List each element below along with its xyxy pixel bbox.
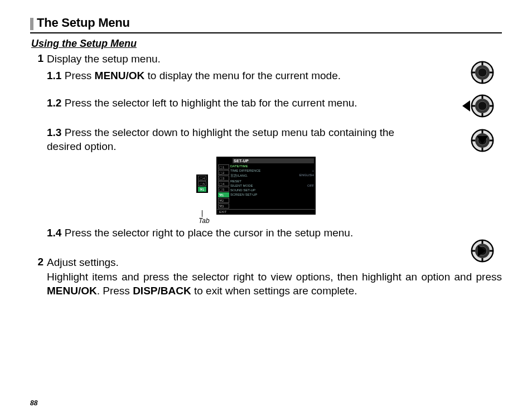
substep-number: 1.3 <box>47 127 61 138</box>
arrow-right-icon <box>478 245 502 270</box>
substep-number: 1.2 <box>47 97 61 109</box>
step-2-body: Highlight items and press the selector r… <box>47 270 502 298</box>
tab-item: ▢3 <box>218 176 229 181</box>
tab-item-selected: ⚒1 <box>198 187 206 192</box>
selector-dial-icon <box>470 60 495 85</box>
step-1-lead: Display the setup menu. <box>47 52 502 66</box>
tab-strip-callout: ▢4 ▢5 ⚒1 <box>196 174 208 193</box>
arrow-left-icon <box>462 100 487 125</box>
menu-item: SILENT MODEOFF <box>230 183 314 188</box>
setup-menu-screenshot: ▢4 ▢5 ⚒1 Tab SET-UP ▢1 ▢2 ▢3 ▢4 ▢5 ⚒1 ⚒2 <box>30 157 502 215</box>
screenshot-footer: EXIT <box>217 209 315 214</box>
menu-item: RESET <box>230 179 314 183</box>
substep-text-pre: Press <box>65 70 95 81</box>
substep-text-bold: MENU/OK <box>95 70 145 81</box>
selector-icon-right <box>466 239 499 263</box>
substep-number: 1.1 <box>47 70 61 81</box>
tab-item: ▢1 <box>218 164 229 169</box>
step-1-4: 1.4 Press the selector right to place th… <box>47 226 429 240</box>
tab-caption: Tab <box>199 217 210 225</box>
tab-item: ▢2 <box>218 170 229 175</box>
step-2-lead: Adjust settings. <box>47 255 502 270</box>
step-number-2: 2 <box>30 256 43 268</box>
tab-item: ⚒2 <box>218 198 229 203</box>
screenshot-tabs: ▢1 ▢2 ▢3 ▢4 ▢5 ⚒1 ⚒2 ⚒3 <box>217 164 230 209</box>
step-1-2: 1.2 Press the selector left to highlight… <box>47 96 429 110</box>
menu-item: SOUND SET-UP <box>230 188 314 192</box>
menu-item: TIME DIFFERENCE⌂ <box>230 168 314 173</box>
menu-item: SCREEN SET-UP <box>230 192 314 197</box>
selector-icon-center <box>466 60 499 85</box>
section-title-bar: The Setup Menu <box>30 16 502 30</box>
arrow-down-icon <box>477 136 501 161</box>
substep-text: Press the selector right to place the cu… <box>65 227 354 239</box>
menu-item: DATE/TIME <box>230 164 314 168</box>
tab-item: ⚒3 <box>218 203 229 208</box>
tab-item-selected: ⚒1 <box>218 192 229 197</box>
step-1-1: 1.1 Press MENU/OK to display the menu fo… <box>47 69 429 83</box>
page-number: 88 <box>30 399 37 407</box>
selector-icon-down <box>466 128 499 153</box>
title-rule <box>30 32 502 33</box>
tab-item: ▢4 <box>218 181 229 186</box>
selector-icon-left <box>466 94 499 118</box>
title-accent <box>30 18 33 30</box>
section-title: The Setup Menu <box>37 16 130 30</box>
menu-item: 言語/LANG.ENGLISH <box>230 173 314 179</box>
substep-number: 1.4 <box>47 227 61 239</box>
substep-text: Press the selector down to highlight the… <box>47 127 394 152</box>
callout-line <box>202 210 202 217</box>
screenshot-header: SET-UP <box>233 158 314 163</box>
step-number-1: 1 <box>30 52 43 65</box>
screenshot-menu-list: DATE/TIME TIME DIFFERENCE⌂ 言語/LANG.ENGLI… <box>230 164 314 209</box>
tab-item: ▢5 <box>218 187 229 192</box>
substep-text: Press the selector left to highlight the… <box>65 97 357 109</box>
tab-item: ▢4 <box>198 176 206 181</box>
subsection-heading: Using the Setup Menu <box>31 38 502 50</box>
step-1-3: 1.3 Press the selector down to highlight… <box>47 125 429 153</box>
substep-text-post: to display the menu for the current mode… <box>144 70 341 81</box>
svg-point-2 <box>478 68 487 77</box>
tab-item: ▢5 <box>198 181 206 186</box>
